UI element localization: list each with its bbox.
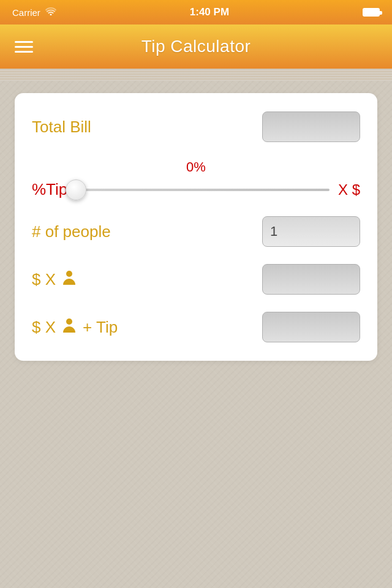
carrier-label: Carrier xyxy=(12,7,40,18)
app-header: Tip Calculator xyxy=(0,24,392,69)
tip-right-label: X $ xyxy=(338,181,360,198)
hamburger-line-2 xyxy=(15,46,33,48)
tip-label: %Tip xyxy=(32,180,67,199)
svg-point-1 xyxy=(66,318,72,325)
per-person-icon xyxy=(61,269,78,290)
app-title: Tip Calculator xyxy=(141,37,251,56)
tip-percentage-display: 0% xyxy=(32,159,360,175)
per-person-row: $ X xyxy=(32,264,360,295)
tip-slider-container[interactable] xyxy=(76,189,330,191)
per-person-tip-text: $ X xyxy=(32,318,56,337)
per-person-label: $ X xyxy=(32,269,78,290)
total-bill-row: Total Bill xyxy=(32,111,360,142)
battery-icon xyxy=(363,8,380,17)
calculator-card: Total Bill 0% %Tip X $ # of people 1 xyxy=(15,93,377,361)
per-person-tip-label: $ X + Tip xyxy=(32,317,118,338)
total-bill-label: Total Bill xyxy=(32,118,91,137)
slider-track xyxy=(76,189,330,191)
status-time: 1:40 PM xyxy=(190,6,229,18)
wifi-icon xyxy=(45,7,56,18)
num-people-row: # of people 1 xyxy=(32,216,360,247)
num-people-value: 1 xyxy=(270,224,277,239)
per-person-tip-icon xyxy=(61,317,78,338)
main-content: Total Bill 0% %Tip X $ # of people 1 xyxy=(0,81,392,373)
status-bar: Carrier 1:40 PM xyxy=(0,0,392,24)
num-people-label: # of people xyxy=(32,222,111,241)
menu-button[interactable] xyxy=(15,41,33,53)
tip-section: 0% %Tip X $ xyxy=(32,159,360,199)
tip-row: %Tip X $ xyxy=(32,180,360,199)
hamburger-line-3 xyxy=(15,51,33,53)
status-left: Carrier xyxy=(12,7,56,18)
plus-tip-text: + Tip xyxy=(83,318,118,337)
total-bill-input[interactable] xyxy=(262,111,360,142)
num-people-input[interactable]: 1 xyxy=(262,216,360,247)
per-person-tip-row: $ X + Tip xyxy=(32,312,360,342)
status-right xyxy=(363,8,380,17)
hamburger-line-1 xyxy=(15,41,33,43)
per-person-tip-output xyxy=(262,312,360,342)
slider-thumb[interactable] xyxy=(66,179,86,200)
divider xyxy=(0,69,392,81)
per-person-output xyxy=(262,264,360,295)
per-person-text: $ X xyxy=(32,270,56,289)
svg-point-0 xyxy=(66,271,72,277)
